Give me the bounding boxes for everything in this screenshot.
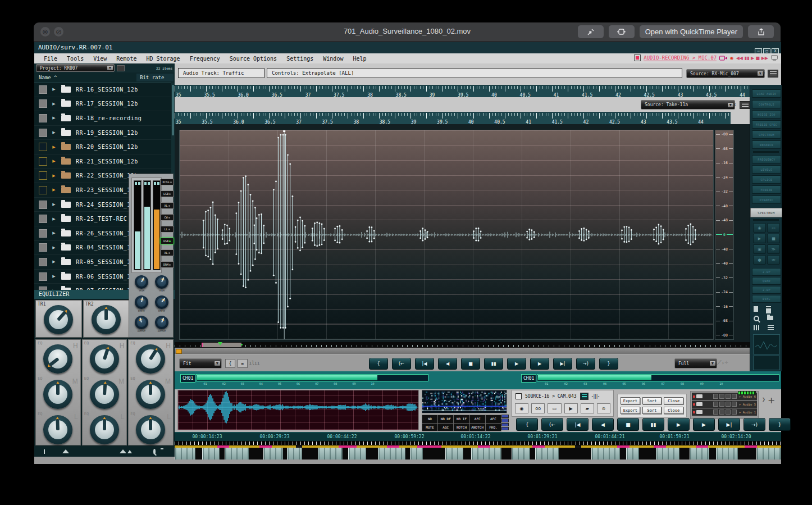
- track-mini-button[interactable]: [726, 402, 731, 407]
- dsp-button-nbif[interactable]: NB IF: [454, 415, 469, 423]
- clip-block[interactable]: [348, 448, 366, 459]
- mode-button-ll[interactable]: LL: [160, 226, 174, 233]
- track-mini-button[interactable]: [732, 410, 737, 415]
- panel-button-freeze[interactable]: FREEZE: [752, 185, 781, 194]
- transport-jump-end-button[interactable]: →): [576, 358, 595, 370]
- knob[interactable]: [155, 316, 168, 329]
- file-checkbox[interactable]: [39, 272, 47, 281]
- clip-block[interactable]: [202, 448, 220, 459]
- track-mini-button[interactable]: [719, 394, 724, 399]
- knob[interactable]: [136, 344, 165, 374]
- search-icon[interactable]: [754, 316, 759, 321]
- source-menu-icon[interactable]: [768, 70, 778, 78]
- track-mini-button[interactable]: [713, 402, 718, 407]
- knob[interactable]: [135, 316, 148, 329]
- export-button[interactable]: Export: [621, 407, 640, 414]
- transport-pause-button[interactable]: ▮▮: [484, 358, 503, 370]
- menu-item-remote[interactable]: Remote: [116, 56, 136, 62]
- close-button[interactable]: Close: [664, 407, 683, 414]
- expand-arrow-icon[interactable]: ▶: [50, 245, 58, 250]
- list-tool-icon[interactable]: ≡: [238, 359, 248, 368]
- transport-step-back-button[interactable]: ◀: [592, 418, 614, 431]
- bracket-tool-icon[interactable]: {: [225, 359, 235, 368]
- knob[interactable]: [155, 275, 168, 289]
- panel-button-frequency[interactable]: FREQUENCY: [752, 155, 781, 163]
- scroll-left-handle[interactable]: [176, 349, 182, 354]
- track-mini-button[interactable]: [719, 402, 724, 407]
- icon-button-display[interactable]: ▭: [767, 223, 780, 233]
- horizontal-scrollbar[interactable]: [175, 348, 781, 354]
- markup-button[interactable]: [578, 25, 604, 38]
- file-checkbox[interactable]: [39, 229, 47, 238]
- name-column-header[interactable]: Name ^: [34, 75, 57, 80]
- knob[interactable]: [136, 380, 165, 409]
- expand-arrow-icon[interactable]: ▶: [50, 159, 58, 163]
- trash-icon[interactable]: [766, 307, 771, 313]
- dsp-button-afc[interactable]: AFC: [470, 415, 485, 423]
- knob[interactable]: [90, 344, 119, 374]
- clip-block[interactable]: [287, 448, 303, 459]
- dsp-button-frq[interactable]: FRQ.: [486, 424, 501, 431]
- icon-button-fwd[interactable]: ≫: [767, 244, 780, 254]
- expand-icon[interactable]: ❯: [762, 396, 765, 402]
- file-row[interactable]: ▶RR-21_SESSION_12b: [34, 154, 175, 169]
- mini-waveform-panel[interactable]: [177, 390, 419, 430]
- expand-arrow-icon[interactable]: ▶: [50, 174, 58, 178]
- menu-item-settings[interactable]: Settings: [286, 56, 313, 62]
- dsp-button-agc[interactable]: AGC: [438, 424, 453, 431]
- clip-block[interactable]: [512, 448, 530, 459]
- expand-arrow-icon[interactable]: ▶: [50, 260, 58, 264]
- panel-button-spectrum[interactable]: SPECTRUM: [752, 130, 781, 139]
- expand-arrow-icon[interactable]: ▶: [50, 202, 58, 207]
- spectrogram-thumbnail[interactable]: [422, 390, 507, 413]
- dsp-button-nr[interactable]: NR: [422, 415, 437, 423]
- source-icon-record[interactable]: ⊙: [597, 403, 610, 413]
- icon-button-play[interactable]: ▶: [753, 234, 766, 243]
- icon-button-playback[interactable]: ▣: [753, 244, 766, 254]
- transport-previous-button[interactable]: |◀: [567, 418, 589, 431]
- teal-menu-icon[interactable]: [580, 393, 589, 400]
- file-checkbox[interactable]: [39, 99, 47, 108]
- share-button[interactable]: [748, 25, 774, 38]
- menu-item-view[interactable]: View: [93, 56, 107, 62]
- transport-play-alt-button[interactable]: ▶: [530, 358, 549, 370]
- track-mini-button[interactable]: [713, 410, 718, 415]
- menu-icon[interactable]: [768, 325, 774, 330]
- transport-loop-end-button[interactable]: }: [769, 418, 791, 431]
- close-button[interactable]: Close: [664, 397, 683, 404]
- layout-button-2-up[interactable]: 2-UP: [752, 286, 781, 294]
- track-mini-button[interactable]: [726, 410, 731, 415]
- transport-pause-button[interactable]: ▮▮: [642, 418, 664, 431]
- levels-icon[interactable]: [754, 325, 760, 330]
- knob[interactable]: [92, 305, 121, 334]
- note-icon[interactable]: [754, 306, 758, 312]
- sort-button[interactable]: Sort: [642, 397, 662, 404]
- clip-block[interactable]: [535, 448, 559, 459]
- dsp-button-anotch[interactable]: ANOTCH: [470, 424, 485, 431]
- tools-icons[interactable]: ⟋›+: [717, 359, 728, 366]
- clip-block[interactable]: [626, 448, 639, 459]
- file-row[interactable]: ▶RR-18_re-recording: [34, 111, 175, 126]
- project-dropdown[interactable]: Project: RR007▼: [36, 64, 115, 72]
- menu-item-file[interactable]: File: [44, 56, 57, 62]
- mode-button-xl[interactable]: XL: [160, 249, 174, 256]
- full-dropdown[interactable]: Full▼: [674, 358, 717, 368]
- file-checkbox[interactable]: [39, 258, 47, 266]
- transport-rewind-to-start-button[interactable]: (←: [541, 418, 563, 431]
- expand-arrow-icon[interactable]: ▶: [50, 231, 58, 235]
- bitrate-column-header[interactable]: Bit rate: [136, 74, 174, 81]
- icon-button-rec[interactable]: ●: [753, 255, 766, 265]
- open-with-quicktime-button[interactable]: Open with QuickTime Player: [640, 25, 743, 38]
- menu-item-source-options[interactable]: Source Options: [230, 56, 277, 62]
- dsp-button-nbrf[interactable]: NB RF: [438, 415, 453, 423]
- record-icon[interactable]: ◉: [730, 55, 733, 61]
- menu-item-help[interactable]: Help: [353, 56, 366, 62]
- expand-arrow-icon[interactable]: ▶: [50, 130, 58, 135]
- icon-button-mic[interactable]: ◉: [753, 223, 766, 233]
- expand-arrow-icon[interactable]: ▶: [50, 102, 58, 106]
- knob[interactable]: [90, 380, 119, 409]
- mode-button-lsb[interactable]: LSB: [160, 190, 174, 197]
- transport-loop-start-button[interactable]: {: [516, 418, 538, 431]
- panel-button-controls[interactable]: CONTROLS: [752, 100, 781, 108]
- layout-button-2-up[interactable]: 2-UP: [752, 268, 781, 276]
